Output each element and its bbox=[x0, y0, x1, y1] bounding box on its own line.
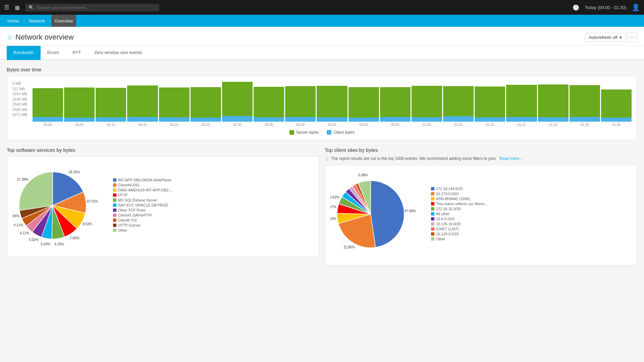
bar-stack bbox=[348, 87, 379, 122]
client-bar bbox=[285, 117, 316, 122]
bar-chart-area: 00:0000:0500:1000:1500:2000:2500:3000:35… bbox=[33, 81, 632, 127]
services-pie-chart: 18.32%10.31%8.53%7.05%6.19%5.03%5.02%4.1… bbox=[12, 162, 106, 249]
breadcrumb-overview[interactable]: Overview bbox=[51, 15, 76, 27]
legend-label: HTTP Gomez bbox=[118, 223, 141, 227]
server-bar bbox=[506, 85, 537, 117]
pie-label: 27.39% bbox=[17, 178, 29, 181]
x-label: 00:55 bbox=[380, 123, 411, 127]
legend-color-dot bbox=[113, 188, 116, 192]
server-bar bbox=[412, 86, 442, 117]
search-bar[interactable]: 🔍 bbox=[25, 4, 159, 11]
breadcrumb-home[interactable]: Home bbox=[4, 15, 22, 27]
legend-label: ASN-IBSNAZ (3268) bbox=[436, 197, 470, 201]
legend-label: IUNET (1267) bbox=[436, 227, 459, 231]
bar-stack bbox=[64, 87, 95, 122]
legend-color-dot bbox=[113, 208, 116, 212]
x-label: 00:35 bbox=[254, 123, 284, 127]
bar-stack bbox=[380, 87, 411, 122]
grid-icon[interactable]: ▦ bbox=[15, 4, 20, 11]
legend-client: Client bytes bbox=[327, 130, 355, 135]
bar-stack bbox=[285, 86, 316, 122]
services-section-title: Top software services by bytes bbox=[7, 147, 319, 153]
pie-label: 22.85% bbox=[343, 245, 355, 249]
legend-label: HTTP bbox=[118, 193, 128, 197]
y-label: 1024 MB bbox=[12, 92, 28, 96]
tab-errors[interactable]: Errors bbox=[41, 46, 66, 60]
top-bar: ☰ ▦ 🔍 🕐 Today (00:00 - 01:30) 👤 bbox=[0, 0, 644, 15]
client-bar bbox=[538, 117, 569, 122]
two-col-section: Top software services by bytes 18.32%10.… bbox=[7, 147, 637, 265]
breadcrumb-network[interactable]: Network bbox=[25, 15, 48, 27]
y-label: 512 MB bbox=[12, 87, 28, 91]
bar-stack bbox=[412, 86, 442, 122]
more-options-button[interactable]: ··· bbox=[627, 32, 637, 42]
bar-group bbox=[443, 81, 474, 122]
search-icon: 🔍 bbox=[29, 5, 34, 10]
pie-legend-item: 10.135.16.0/20 bbox=[431, 222, 487, 226]
pie-legend-item: HTTP bbox=[113, 193, 173, 197]
legend-color-dot bbox=[431, 187, 434, 190]
legend-label: Other TCP Proto bbox=[118, 208, 146, 212]
bar-stack bbox=[191, 87, 221, 122]
legend-color-dot bbox=[431, 197, 434, 200]
x-label: 01:00 bbox=[412, 123, 442, 127]
pie-legend-item: Other bbox=[431, 237, 487, 241]
legend-color-dot bbox=[431, 237, 434, 241]
bar-group bbox=[601, 81, 632, 122]
pie-legend-item: 10.6.0.0/20 bbox=[431, 217, 487, 221]
services-pie-area: 18.32%10.31%8.53%7.05%6.19%5.03%5.02%4.1… bbox=[12, 162, 314, 249]
user-icon[interactable]: 👤 bbox=[632, 3, 640, 11]
favorite-icon[interactable]: ☆ bbox=[7, 33, 13, 41]
bar-group bbox=[475, 81, 505, 122]
bar-group bbox=[159, 81, 190, 122]
services-pie-legend: INT-APP-DB2-DRDA-WebPlants Client44-SSL … bbox=[113, 178, 173, 233]
x-label: 01:15 bbox=[506, 123, 537, 127]
warning-icon: ⚠ bbox=[325, 156, 329, 162]
read-more-link[interactable]: Read more... bbox=[499, 156, 523, 161]
x-label: 00:45 bbox=[317, 123, 347, 127]
y-label: 2048 MB bbox=[12, 102, 28, 106]
bar-group bbox=[317, 81, 347, 122]
search-input[interactable] bbox=[37, 5, 156, 10]
server-legend-box bbox=[289, 130, 294, 135]
bar-stack bbox=[127, 85, 158, 122]
server-bar bbox=[601, 89, 632, 118]
x-label: 01:30 bbox=[601, 123, 632, 127]
pie-legend-item: Client9-TUI bbox=[113, 218, 173, 222]
tab-zero-window[interactable]: Zero window size events bbox=[88, 46, 149, 60]
legend-color-dot bbox=[431, 192, 434, 195]
bar-group bbox=[64, 81, 95, 122]
pie-label: 3.62% bbox=[330, 195, 339, 199]
page-header: ☆ Network overview Autorefresh off ▾ ··· bbox=[0, 27, 644, 46]
top-bar-right: 🕐 Today (00:00 - 01:30) 👤 bbox=[573, 3, 640, 11]
client-bar bbox=[443, 116, 474, 122]
client-bar bbox=[222, 116, 253, 122]
pie-legend-item: MS SQL/Sybase Server bbox=[113, 198, 173, 202]
chart-legend: Server bytes Client bytes bbox=[12, 130, 632, 135]
bytes-over-time-card: 3072 MB2560 MB2048 MB1536 MB1024 MB512 M… bbox=[7, 76, 637, 140]
pie-legend-item: 10.173.0.0/20 bbox=[431, 192, 487, 196]
pie-slice[interactable] bbox=[371, 181, 404, 247]
bar-group bbox=[222, 81, 253, 122]
legend-color-dot bbox=[431, 212, 434, 216]
legend-color-dot bbox=[431, 222, 434, 226]
legend-label: Other bbox=[118, 228, 127, 232]
legend-label: MS SQL/Sybase Server bbox=[118, 198, 157, 202]
client-bar bbox=[380, 117, 411, 122]
legend-label: DIAG-AMDvh29-INT-APP-DB2-... bbox=[118, 188, 173, 192]
legend-label: Client44-SSL bbox=[118, 183, 140, 187]
bar-stack bbox=[601, 89, 632, 122]
menu-icon[interactable]: ☰ bbox=[4, 4, 9, 11]
autorefresh-button[interactable]: Autorefresh off ▾ bbox=[585, 33, 626, 42]
legend-label: SAP ECC ORACLE DB PROD bbox=[118, 203, 168, 207]
legend-label: Client41-SAPoHTTP bbox=[118, 213, 152, 217]
legend-color-dot bbox=[113, 183, 116, 187]
tab-rtt[interactable]: RTT bbox=[66, 46, 88, 60]
x-label: 01:20 bbox=[538, 123, 569, 127]
bar-group bbox=[380, 81, 411, 122]
y-labels: 3072 MB2560 MB2048 MB1536 MB1024 MB512 M… bbox=[12, 81, 31, 117]
page-title-area: ☆ Network overview bbox=[7, 33, 74, 42]
tab-bandwidth[interactable]: Bandwidth bbox=[7, 46, 41, 60]
bar-group bbox=[285, 81, 316, 122]
client-legend-label: Client bytes bbox=[333, 130, 355, 135]
